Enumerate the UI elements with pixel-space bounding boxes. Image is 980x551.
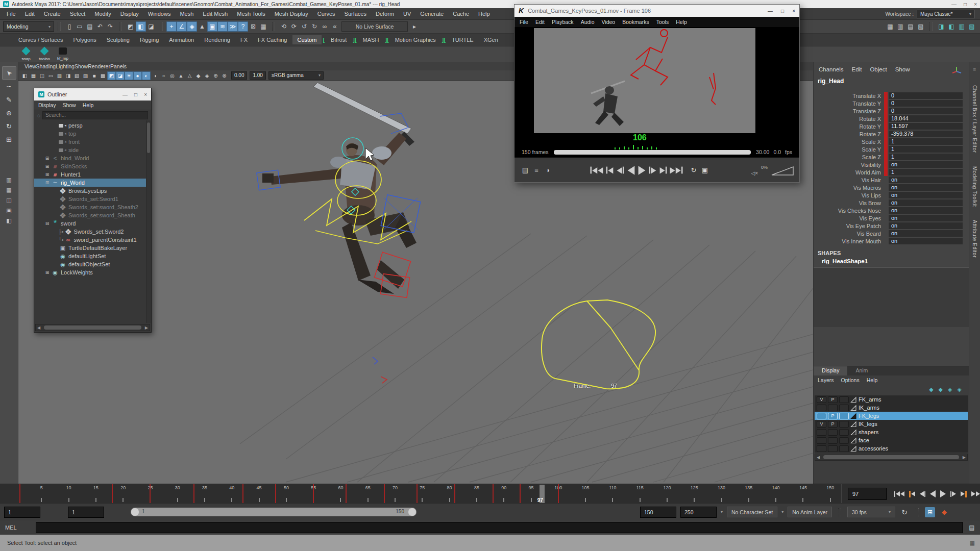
single-pane-layout-button[interactable]: ▥ [3,174,15,185]
channel-attribute-value[interactable]: on [889,207,963,214]
go-to-start-button[interactable] [893,490,906,498]
display-layer-row[interactable]: accessories [815,444,968,453]
shelf-tab[interactable]: Curves / Surfaces [13,35,68,44]
panel-menu-item[interactable]: Panels [110,63,127,69]
symmetry-icon[interactable]: ∞ [320,21,330,32]
keyframe-tick[interactable] [454,484,455,504]
channel-attribute-value[interactable]: 11.597 [889,123,963,130]
time-ticks-track[interactable]: 5101520253035404550556065707580859095100… [14,484,842,504]
new-scene-icon[interactable]: ▯ [64,21,75,32]
outliner-item-label[interactable]: SkinSocks [61,163,87,169]
outliner-item[interactable]: ⊞ LockWeights [34,268,151,277]
layer-visibility-toggle[interactable] [817,429,826,436]
menu-item[interactable]: Generate [415,11,448,17]
keyframe-tick[interactable] [242,484,243,504]
layer-display-type-toggle[interactable] [839,396,849,403]
channel-attribute-value[interactable]: 1 [889,138,963,145]
player-playlist-icon[interactable]: ≡ [531,165,542,176]
shelf-tab[interactable]: Custom [292,35,322,44]
layer-menu-item[interactable]: Layers [818,377,834,383]
outliner-item[interactable]: side [34,146,151,154]
construction-history-off-icon[interactable]: ↻ [309,21,320,32]
outliner-horizontal-scrollbar[interactable]: ◀ ▶ [35,324,150,331]
channel-attribute-label[interactable]: Scale Z [814,154,884,160]
player-menu-item[interactable]: Edit [535,19,545,25]
channel-attribute-label[interactable]: Rotate Y [814,123,884,130]
ao-icon[interactable]: ◐ [142,71,151,80]
shelf-tab[interactable]: Polygons [68,35,101,44]
joints-xray-icon[interactable]: ◆ [194,71,203,80]
menu-item[interactable]: UV [399,11,415,17]
anim-layer-dropdown[interactable]: No Anim Layer [788,507,832,517]
range-slider-track[interactable]: 1 150 [131,508,416,516]
shadows-icon[interactable]: ● [133,71,142,80]
menu-item[interactable]: Mesh [175,11,198,17]
gamma-field[interactable]: 1.00 [250,71,265,80]
new-layer-from-selected-icon[interactable]: ◆ [939,386,943,393]
current-time-marker[interactable]: 97 [539,484,545,504]
layer-visibility-toggle[interactable]: V [817,396,826,403]
outliner-item[interactable]: persp [34,121,151,130]
move-layer-down-icon[interactable]: ◈ [958,386,962,393]
channel-attribute-value[interactable]: 0 [889,108,963,114]
yellow-control-curve[interactable] [542,300,655,389]
wireframe-icon[interactable]: ▩ [99,71,107,80]
layer-visibility-toggle[interactable]: V [817,421,826,428]
outliner-title-bar[interactable]: M Outliner — □ × [34,88,151,101]
player-close-button[interactable]: × [792,8,795,14]
volume-slider[interactable] [771,165,794,176]
outliner-item-label[interactable]: LockWeights [61,269,93,276]
fps-dropdown[interactable]: 30 fps▾ [847,507,895,517]
menu-item[interactable]: Edit [20,11,39,17]
menu-item[interactable]: Create [39,11,65,17]
channel-attribute-label[interactable]: Vis Cheeks Nose [814,208,884,214]
player-prev-frame-button[interactable] [615,165,626,176]
shelf-tab[interactable]: Sculpting [102,35,135,44]
player-loop-icon[interactable]: ↻ [688,165,699,176]
multisample-icon[interactable]: ○ [159,71,168,80]
shape-node-name[interactable]: rig_HeadShape1 [814,256,969,266]
playback-loop-icon[interactable]: ↻ [899,507,910,517]
snap-release-icon[interactable]: ≫ [228,21,238,32]
channel-box-menu-item[interactable]: Channels [819,66,844,72]
channel-attribute-value[interactable]: 1 [889,146,963,153]
playback-end-field[interactable]: 150 [640,507,676,518]
outliner-item-label[interactable]: Swords_set:sword_Sheath2 [68,204,138,210]
open-scene-icon[interactable]: ▭ [75,21,85,32]
keyframe-tick[interactable] [193,484,194,504]
highlight-selection-icon[interactable]: ▦ [258,21,268,32]
shaded-icon[interactable]: ◩ [107,71,116,80]
shelf-tab[interactable]: Rigging [135,35,164,44]
exposure-icon[interactable]: ⊕ [211,71,220,80]
plane-icon[interactable]: ◈ [203,71,211,80]
outliner-item-label[interactable]: side [68,147,79,153]
play-backwards-button[interactable] [928,489,937,499]
shelf-tab[interactable]: FX [235,35,253,44]
snap-projected-center-icon[interactable]: ▲ [197,21,207,32]
output-connections-icon[interactable]: ⟳ [289,21,299,32]
scroll-right-icon[interactable]: ▶ [961,455,967,460]
character-set-menu-icon[interactable]: ▾ [721,510,723,514]
rotate-tool-button[interactable]: ↻ [2,119,16,133]
range-end-handle[interactable] [408,508,416,516]
layer-menu-item[interactable]: Help [867,377,878,383]
channel-attribute-value[interactable]: 1 [889,169,963,176]
shelf-item-kf-mp[interactable]: kf_mp [55,46,70,61]
shelf-tab[interactable]: FX Caching [253,35,292,44]
safe-action-icon[interactable]: ▧ [72,71,81,80]
expand-toggle-icon[interactable]: ⊞ [44,172,51,177]
keyframe-tick[interactable] [112,484,113,504]
channel-attribute-value[interactable]: on [889,161,963,168]
outliner-item[interactable]: top [34,130,151,138]
step-forward-key-button[interactable] [959,489,968,499]
menu-item[interactable]: Windows [143,11,176,17]
display-layer-row[interactable]: V P FK_arms [815,395,968,404]
layer-name[interactable]: FK_arms [859,396,881,403]
channel-attribute-label[interactable]: Translate Y [814,101,884,107]
attribute-editor-toggle-icon[interactable]: ▥ [957,21,967,32]
menu-item[interactable]: Mesh Display [270,11,313,17]
two-pane-layout-button[interactable]: ◫ [3,195,15,205]
channel-attribute-value[interactable]: on [889,238,963,244]
scroll-left-icon[interactable]: ◀ [815,455,821,460]
outliner-item[interactable]: ⊞ Hunter1 [34,170,151,179]
